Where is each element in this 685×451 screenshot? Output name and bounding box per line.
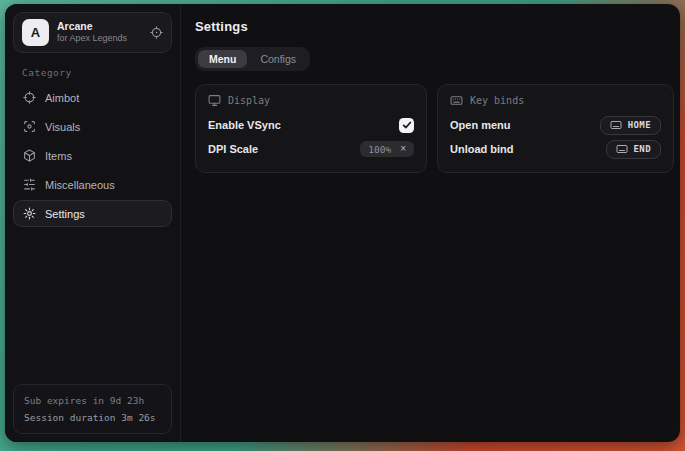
display-card: Display Enable VSync DPI Scale 100% × [195,84,427,173]
crosshair-icon [23,91,36,104]
subscription-info: Sub expires in 9d 23h Session duration 3… [13,384,172,434]
dpi-scale-row: DPI Scale 100% × [208,137,414,161]
card-title: Key binds [470,95,524,106]
vsync-row: Enable VSync [208,113,414,137]
user-card: A Arcane for Apex Legends [13,12,172,53]
sidebar-item-settings[interactable]: Settings [13,200,172,227]
keyboard-icon [616,143,628,155]
open-menu-keybind-button[interactable]: HOME [600,116,661,135]
app-window: A Arcane for Apex Legends Category [5,4,680,442]
dpi-scale-value: 100% [368,144,391,155]
keyboard-icon [610,119,622,131]
sidebar-nav: Aimbot Visuals [13,84,172,227]
session-duration-text: Session duration 3m 26s [24,409,161,426]
keybind-value: END [634,144,651,154]
sidebar-item-miscellaneous[interactable]: Miscellaneous [13,171,172,198]
sidebar-item-label: Items [45,150,72,162]
tab-configs[interactable]: Configs [249,50,307,68]
unload-bind-keybind-button[interactable]: END [606,140,661,159]
sidebar-item-visuals[interactable]: Visuals [13,113,172,140]
app-name: Arcane [57,20,142,33]
unload-bind-row: Unload bind END [450,137,661,161]
box-icon [23,149,36,162]
check-icon [402,120,412,130]
vsync-checkbox[interactable] [399,118,414,133]
dpi-scale-label: DPI Scale [208,143,258,155]
settings-cards: Display Enable VSync DPI Scale 100% × [195,84,674,173]
open-menu-row: Open menu HOME [450,113,661,137]
target-icon[interactable] [150,26,163,39]
tab-menu[interactable]: Menu [198,50,247,68]
sidebar-item-label: Settings [45,208,85,220]
sidebar-item-label: Visuals [45,121,80,133]
keybind-value: HOME [628,120,651,130]
open-menu-label: Open menu [450,119,511,131]
tab-bar: Menu Configs [195,47,310,71]
keybinds-card-header: Key binds [450,94,661,107]
unload-bind-label: Unload bind [450,143,514,155]
main-content: Settings Menu Configs Display Enable VSy… [181,4,680,442]
scan-eye-icon [23,120,36,133]
sliders-icon [23,178,36,191]
category-label: Category [22,67,172,78]
sub-expires-text: Sub expires in 9d 23h [24,392,161,409]
keybinds-card: Key binds Open menu HOME Unload bind [437,84,674,173]
sidebar: A Arcane for Apex Legends Category [5,4,181,442]
dpi-scale-select[interactable]: 100% × [360,141,414,157]
display-card-header: Display [208,94,414,107]
card-title: Display [228,95,270,106]
page-title: Settings [195,19,674,34]
sidebar-item-aimbot[interactable]: Aimbot [13,84,172,111]
sidebar-item-label: Miscellaneous [45,179,115,191]
app-logo: A [22,19,49,46]
keyboard-icon [450,94,463,107]
app-subtitle: for Apex Legends [57,33,142,44]
gear-icon [23,207,36,220]
clear-icon[interactable]: × [400,144,406,154]
sidebar-item-items[interactable]: Items [13,142,172,169]
user-meta: Arcane for Apex Legends [57,20,142,44]
vsync-label: Enable VSync [208,119,281,131]
sidebar-item-label: Aimbot [45,92,79,104]
monitor-icon [208,94,221,107]
